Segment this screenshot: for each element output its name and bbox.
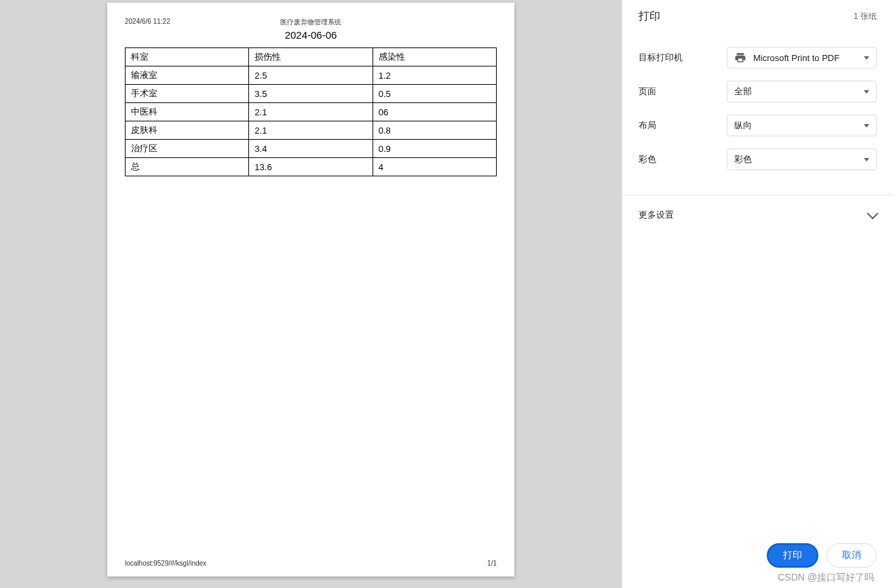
destination-value: Microsoft Print to PDF [753, 53, 839, 63]
cell: 皮肤科 [126, 121, 249, 140]
cell: 手术室 [126, 85, 249, 103]
table-row: 输液室 2.5 1.2 [126, 66, 497, 85]
cell: 0.5 [373, 85, 496, 103]
chevron-down-icon [864, 90, 869, 94]
col-header: 损伤性 [249, 48, 373, 66]
print-preview-area: 2024/6/6 11:22 医疗废弃物管理系统 2024-06-06 科室 损… [0, 0, 622, 588]
chevron-down-icon [864, 124, 869, 128]
table-row: 手术室 3.5 0.5 [126, 85, 497, 103]
cell: 0.8 [373, 121, 496, 140]
page-footer: localhost:9529/#/ksgl/index 1/1 [125, 560, 497, 567]
layout-value: 纵向 [734, 119, 752, 132]
pages-value: 全部 [734, 85, 752, 98]
cell: 2.1 [249, 103, 373, 121]
cell: 1.2 [373, 66, 496, 85]
cell: 4 [373, 158, 496, 176]
cell: 中医科 [126, 103, 249, 121]
table-row: 总 13.6 4 [126, 158, 497, 176]
pages-select[interactable]: 全部 [727, 81, 877, 102]
cell: 治疗区 [126, 140, 249, 158]
cell: 0.9 [373, 140, 496, 158]
chevron-down-icon [864, 158, 869, 161]
print-button[interactable]: 打印 [767, 543, 818, 568]
page-header-line: 2024/6/6 11:22 医疗废弃物管理系统 [125, 18, 497, 25]
settings-section: 目标打印机 Microsoft Print to PDF 页面 全部 布局 [622, 29, 893, 182]
color-select[interactable]: 彩色 [727, 149, 877, 170]
cancel-button[interactable]: 取消 [826, 543, 877, 568]
chevron-down-icon [864, 56, 869, 60]
chevron-down-icon [867, 208, 879, 220]
label-layout: 布局 [639, 119, 727, 132]
table-row: 皮肤科 2.1 0.8 [126, 121, 497, 140]
col-header: 感染性 [373, 48, 496, 66]
cell: 2.5 [249, 66, 373, 85]
more-settings-toggle[interactable]: 更多设置 [622, 195, 893, 235]
label-color: 彩色 [639, 153, 727, 165]
cell: 3.5 [249, 85, 373, 103]
cell: 2.1 [249, 121, 373, 140]
cell: 输液室 [126, 66, 249, 85]
panel-title: 打印 [639, 9, 660, 24]
footer-url: localhost:9529/#/ksgl/index [125, 560, 206, 567]
table-header-row: 科室 损伤性 感染性 [126, 48, 497, 66]
printer-icon [734, 52, 746, 64]
setting-layout: 布局 纵向 [639, 115, 877, 136]
panel-header: 打印 1 张纸 [622, 0, 893, 29]
preview-page: 2024/6/6 11:22 医疗废弃物管理系统 2024-06-06 科室 损… [107, 3, 514, 576]
cell: 总 [126, 158, 249, 176]
sheet-count: 1 张纸 [854, 11, 877, 22]
data-table: 科室 损伤性 感染性 输液室 2.5 1.2 手术室 3.5 0.5 中医科 [125, 47, 497, 176]
more-settings-label: 更多设置 [639, 209, 674, 221]
table-row: 治疗区 3.4 0.9 [126, 140, 497, 158]
panel-footer: 打印 取消 [622, 531, 893, 588]
print-settings-panel: 打印 1 张纸 目标打印机 Microsoft Print to PDF 页面 … [622, 0, 893, 588]
cell: 13.6 [249, 158, 373, 176]
setting-color: 彩色 彩色 [639, 149, 877, 170]
setting-pages: 页面 全部 [639, 81, 877, 102]
page-title: 2024-06-06 [125, 29, 497, 41]
cell: 3.4 [249, 140, 373, 158]
destination-select[interactable]: Microsoft Print to PDF [727, 47, 877, 68]
label-pages: 页面 [639, 85, 727, 98]
col-header: 科室 [126, 48, 249, 66]
table-row: 中医科 2.1 06 [126, 103, 497, 121]
color-value: 彩色 [734, 153, 752, 165]
footer-page-number: 1/1 [487, 560, 497, 567]
cell: 06 [373, 103, 496, 121]
label-destination: 目标打印机 [639, 52, 727, 64]
layout-select[interactable]: 纵向 [727, 115, 877, 136]
page-header-title: 医疗废弃物管理系统 [107, 18, 514, 27]
setting-destination: 目标打印机 Microsoft Print to PDF [639, 47, 877, 68]
